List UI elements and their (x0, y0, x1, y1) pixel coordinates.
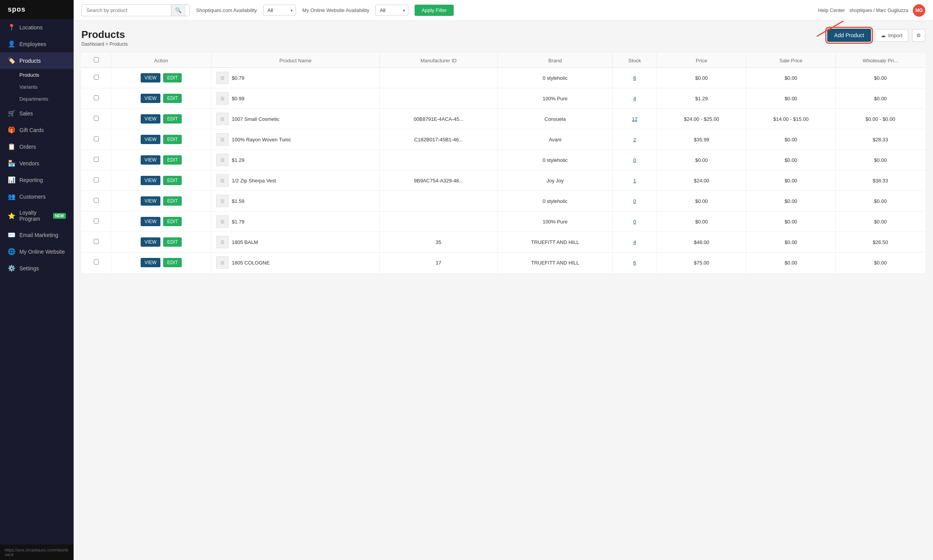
col-brand: Brand (498, 53, 613, 68)
row-select-checkbox[interactable] (94, 75, 99, 80)
row-manufacturer-id (379, 88, 497, 109)
row-sale-price: $0.00 (746, 211, 836, 232)
sidebar-item-vendors[interactable]: 🏪 Vendors (0, 155, 74, 172)
stock-link[interactable]: 0 (633, 157, 636, 163)
loyalty-badge: NEW (53, 213, 66, 219)
online-filter-select[interactable]: AllActiveInactive (375, 5, 408, 16)
col-wholesale-price: Wholesale Pri... (836, 53, 925, 68)
table-row: VIEW EDIT 🖼 1007 Small Cosmetic 00B8791E… (82, 109, 925, 129)
shoptiques-filter-select[interactable]: AllActiveInactive (263, 5, 296, 16)
sidebar-item-label: Vendors (19, 160, 39, 167)
view-button[interactable]: VIEW (141, 196, 160, 206)
row-product-name: 🖼 1/2 Zip Sherpa Vest (212, 170, 379, 191)
product-image: 🖼 (216, 92, 229, 105)
help-center-link[interactable]: Help Center (818, 7, 845, 13)
edit-button[interactable]: EDIT (163, 176, 181, 185)
edit-button[interactable]: EDIT (163, 217, 181, 226)
edit-button[interactable]: EDIT (163, 237, 181, 247)
row-manufacturer-id: 9B9AC754-A329-48... (379, 170, 497, 191)
row-select-checkbox[interactable] (94, 95, 99, 100)
row-select-checkbox[interactable] (94, 198, 99, 203)
row-wholesale-price: $38.33 (836, 170, 925, 191)
sidebar-item-employees[interactable]: 👤 Employees (0, 36, 74, 52)
stock-link[interactable]: 1 (633, 178, 636, 184)
breadcrumb-home: Dashboard (81, 41, 104, 47)
table-row: VIEW EDIT 🖼 $1.29 0 styleholic 0 $0.00 $… (82, 150, 925, 170)
stock-link[interactable]: 4 (633, 239, 636, 245)
settings-icon: ⚙️ (8, 265, 15, 272)
row-select-checkbox[interactable] (94, 218, 99, 223)
sidebar-item-products[interactable]: 🏷️ Products (0, 52, 74, 69)
row-select-checkbox[interactable] (94, 116, 99, 121)
row-select-checkbox[interactable] (94, 259, 99, 265)
sidebar-sub-variants[interactable]: Variants (0, 81, 74, 93)
employees-icon: 👤 (8, 40, 15, 48)
edit-button[interactable]: EDIT (163, 135, 181, 144)
row-select-checkbox[interactable] (94, 239, 99, 244)
sidebar-item-gift-cards[interactable]: 🎁 Gift Cards (0, 122, 74, 138)
sidebar-item-reporting[interactable]: 📊 Reporting (0, 172, 74, 188)
edit-button[interactable]: EDIT (163, 258, 181, 267)
row-brand: TRUEFITT AND HILL (498, 232, 613, 253)
stock-link[interactable]: 12 (632, 116, 637, 122)
edit-button[interactable]: EDIT (163, 155, 181, 165)
row-stock: 2 (613, 129, 657, 150)
sidebar-sub-departments[interactable]: Departments (0, 93, 74, 105)
sidebar-item-email-marketing[interactable]: ✉️ Email Marketing (0, 227, 74, 243)
stock-link[interactable]: 0 (633, 219, 636, 225)
view-button[interactable]: VIEW (141, 155, 160, 165)
view-button[interactable]: VIEW (141, 237, 160, 247)
edit-button[interactable]: EDIT (163, 94, 181, 103)
sidebar-item-locations[interactable]: 📍 Locations (0, 19, 74, 36)
view-button[interactable]: VIEW (141, 135, 160, 144)
row-wholesale-price: $0.00 (836, 68, 925, 88)
table-settings-button[interactable]: ⚙ (912, 29, 925, 42)
row-select-checkbox[interactable] (94, 157, 99, 162)
sidebar-item-online-website[interactable]: 🌐 My Online Website (0, 243, 74, 260)
row-wholesale-price: $0.00 (836, 88, 925, 109)
product-name-text: $0.79 (232, 75, 244, 81)
view-button[interactable]: VIEW (141, 114, 160, 124)
sidebar-item-label: My Online Website (19, 249, 65, 255)
import-button[interactable]: ☁ Import (875, 29, 908, 42)
row-price: $48.00 (657, 232, 746, 253)
edit-button[interactable]: EDIT (163, 114, 181, 124)
row-checkbox (82, 88, 111, 109)
row-select-checkbox[interactable] (94, 177, 99, 182)
main-content: 🔍 Shoptiques.com Availability AllActiveI… (74, 0, 933, 560)
stock-link[interactable]: 2 (633, 137, 636, 143)
view-button[interactable]: VIEW (141, 217, 160, 226)
view-button[interactable]: VIEW (141, 176, 160, 185)
user-avatar: MG (913, 4, 925, 17)
stock-link[interactable]: 6 (633, 260, 636, 266)
view-button[interactable]: VIEW (141, 94, 160, 103)
stock-link[interactable]: 4 (633, 96, 636, 101)
row-action: VIEW EDIT (111, 88, 212, 109)
row-wholesale-price: $0.00 - $0.00 (836, 109, 925, 129)
row-sale-price: $0.00 (746, 191, 836, 211)
row-checkbox (82, 253, 111, 273)
edit-button[interactable]: EDIT (163, 73, 181, 82)
stock-link[interactable]: 6 (633, 75, 636, 81)
select-all-checkbox[interactable] (94, 57, 99, 62)
sidebar-sub-products[interactable]: Products (0, 69, 74, 81)
edit-button[interactable]: EDIT (163, 196, 181, 206)
sidebar-item-settings[interactable]: ⚙️ Settings (0, 260, 74, 277)
apply-filter-button[interactable]: Apply Filter (415, 5, 454, 16)
view-button[interactable]: VIEW (141, 258, 160, 267)
row-select-checkbox[interactable] (94, 136, 99, 141)
sidebar-item-sales[interactable]: 🛒 Sales (0, 105, 74, 122)
row-product-name: 🖼 $0.79 (212, 68, 379, 88)
sidebar-item-orders[interactable]: 📋 Orders (0, 138, 74, 155)
sidebar-item-customers[interactable]: 👥 Customers (0, 188, 74, 205)
sidebar-item-label: Customers (19, 194, 46, 200)
table-row: VIEW EDIT 🖼 1/2 Zip Sherpa Vest 9B9AC754… (82, 170, 925, 191)
sidebar-item-loyalty[interactable]: ⭐ Loyalty Program NEW (0, 205, 74, 227)
product-name-text: 1/2 Zip Sherpa Vest (232, 178, 276, 184)
header-user-area: Help Center shoptiques / Marc Gugliuzza … (818, 4, 925, 17)
search-input[interactable] (82, 5, 171, 16)
view-button[interactable]: VIEW (141, 73, 160, 82)
search-button[interactable]: 🔍 (171, 5, 186, 16)
stock-link[interactable]: 0 (633, 198, 636, 204)
add-product-button[interactable]: Add Product (827, 29, 871, 42)
